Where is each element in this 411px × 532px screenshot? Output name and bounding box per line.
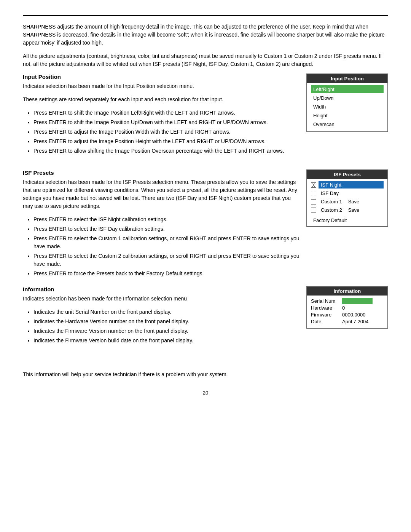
custom2-checkbox[interactable] [311,208,316,213]
information-bullet-1: Indicates the unit Serial Number on the … [33,308,301,316]
information-panel-header: Information [307,287,387,296]
input-position-item-overscan[interactable]: Overscan [311,120,384,128]
hardware-value: 0 [342,305,384,311]
serial-num-label: Serial Num [311,298,338,304]
input-position-bullet-4: Press ENTER to adjust the Image Position… [33,137,301,145]
input-position-item-left-right[interactable]: Left/Right [311,85,384,93]
custom2-save[interactable]: Save [348,207,360,213]
picture-adjustments-paragraph: All the picture adjustments (contrast, b… [23,52,388,68]
isf-presets-bullet-1: Press ENTER to select the ISF Night cali… [33,216,301,224]
isf-presets-bullets: Press ENTER to select the ISF Night cali… [33,216,301,278]
date-label: Date [311,319,338,324]
input-position-bullet-3: Press ENTER to adjust the Image Position… [33,128,301,136]
input-position-item-height[interactable]: Height [311,112,384,120]
input-position-panel: Input Position Left/Right Up/Down Width … [306,73,388,132]
isf-presets-title: ISF Presets [23,169,301,176]
custom1-checkbox[interactable] [311,199,316,204]
input-position-bullet-1: Press ENTER to shift the Image Position … [33,109,301,117]
information-para1: Indicates selection has been made for th… [23,295,301,303]
page-content: SHARPNESS adjusts the amount of high-fre… [23,23,388,396]
input-position-para2: These settings are stored separately for… [23,96,301,104]
custom1-label[interactable]: Custom 1 [319,198,344,205]
custom2-row: Custom 2 Save [311,206,384,214]
factory-default-label[interactable]: Factory Default [311,217,384,224]
footer-paragraph: This information will help your service … [23,371,388,379]
serial-num-row: Serial Num [311,298,384,304]
information-panel-body: Serial Num Hardware 0 Firmware 0000.0000… [307,296,387,328]
information-bullet-2: Indicates the Hardware Version number on… [33,318,301,326]
isf-night-label[interactable]: ISF Night [319,181,384,189]
firmware-row: Firmware 0000.0000 [311,312,384,318]
serial-num-value [342,298,373,304]
isf-presets-panel-header: ISF Presets [307,170,387,179]
custom1-save[interactable]: Save [348,199,360,204]
isf-presets-bullet-3: Press ENTER to select the Custom 1 calib… [33,235,301,251]
isf-presets-section: ISF Presets Indicates selection has been… [23,169,388,278]
sharpness-paragraph: SHARPNESS adjusts the amount of high-fre… [23,23,388,47]
firmware-label: Firmware [311,312,338,318]
isf-presets-bullet-5: Press ENTER to force the Presets back to… [33,270,301,278]
isf-day-checkbox[interactable] [311,191,316,196]
isf-night-row: X ISF Night [311,181,384,189]
input-position-bullets: Press ENTER to shift the Image Position … [33,109,301,155]
isf-night-checkbox[interactable]: X [311,182,316,188]
isf-presets-panel-body: X ISF Night ISF Day Custom 1 Save Cu [307,179,387,226]
input-position-panel-body: Left/Right Up/Down Width Height Overscan [307,83,387,131]
information-panel: Information Serial Num Hardware 0 Firmwa… [306,286,388,329]
firmware-value: 0000.0000 [342,312,384,318]
date-value: April 7 2004 [342,319,384,324]
information-bullet-4: Indicates the Firmware Version build dat… [33,337,301,345]
custom2-label[interactable]: Custom 2 [319,206,344,214]
hardware-label: Hardware [311,305,338,311]
isf-presets-para1: Indicates selection has been made for th… [23,178,301,210]
information-bullet-3: Indicates the Firmware Version number on… [33,327,301,335]
isf-presets-bullet-4: Press ENTER to select the Custom 2 calib… [33,252,301,268]
isf-day-row: ISF Day [311,190,384,197]
date-row: Date April 7 2004 [311,319,384,324]
isf-presets-bullet-2: Press ENTER to select the ISF Day calibr… [33,225,301,233]
input-position-title: Input Position [23,73,301,80]
input-position-para1: Indicates selection has been made for th… [23,82,301,90]
information-bullets: Indicates the unit Serial Number on the … [33,308,301,345]
input-position-bullet-5: Press ENTER to allow shifting the Image … [33,147,301,155]
hardware-row: Hardware 0 [311,305,384,311]
information-title: Information [23,286,301,292]
page-number: 20 [23,390,388,396]
isf-presets-panel: ISF Presets X ISF Night ISF Day Custom 1… [306,169,388,227]
input-position-section: Input Position Indicates selection has b… [23,73,388,161]
input-position-item-updown[interactable]: Up/Down [311,94,384,102]
input-position-bullet-2: Press ENTER to shift the Image Position … [33,118,301,126]
custom1-row: Custom 1 Save [311,198,384,205]
top-divider [23,15,388,16]
information-section: Information Indicates selection has been… [23,286,388,362]
input-position-panel-header: Input Position [307,74,387,83]
input-position-item-width[interactable]: Width [311,103,384,111]
isf-day-label[interactable]: ISF Day [319,190,384,197]
